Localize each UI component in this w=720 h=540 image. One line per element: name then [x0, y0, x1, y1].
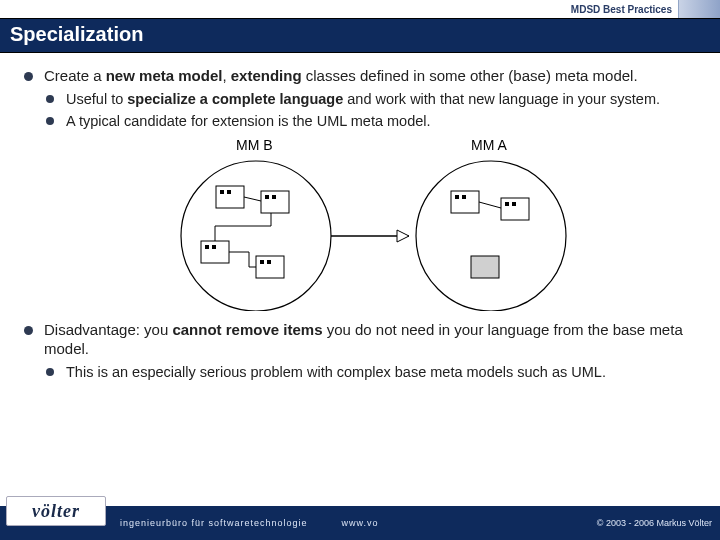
connector	[479, 202, 501, 208]
bullet-1: Create a new meta model, extending class…	[22, 67, 698, 311]
box	[501, 198, 529, 220]
connector	[215, 213, 271, 241]
diagram-label-left: MM B	[236, 137, 273, 153]
text: This is an especially serious problem wi…	[66, 364, 606, 380]
top-decoration	[678, 0, 720, 18]
text-bold: specialize a complete language	[127, 91, 343, 107]
text-bold: new meta model	[106, 67, 223, 84]
svg-rect-6	[201, 241, 229, 263]
inheritance-arrowhead	[397, 230, 409, 242]
top-label: MDSD Best Practices	[571, 4, 672, 15]
text: classes defined in some other (base) met…	[302, 67, 638, 84]
top-bar: MDSD Best Practices	[0, 0, 720, 18]
svg-rect-11	[267, 260, 271, 264]
svg-rect-9	[256, 256, 284, 278]
box	[451, 191, 479, 213]
text-bold: extending	[231, 67, 302, 84]
diagram-label-right: MM A	[471, 137, 507, 153]
box-grey	[471, 256, 499, 278]
svg-rect-17	[512, 202, 516, 206]
bullet-1-1: Useful to specialize a complete language…	[44, 90, 698, 108]
footer-bar: völter ingenieurbüro für softwaretechnol…	[0, 506, 720, 540]
svg-rect-15	[501, 198, 529, 220]
svg-rect-5	[272, 195, 276, 199]
bullet-2-1: This is an especially serious problem wi…	[44, 363, 698, 381]
footer-website: www.vo	[341, 518, 378, 528]
box	[201, 241, 229, 263]
svg-rect-1	[220, 190, 224, 194]
bullet-list: Create a new meta model, extending class…	[22, 67, 698, 381]
text: and work with that new language in your …	[343, 91, 660, 107]
footer-tagline: ingenieurbüro für softwaretechnologie	[120, 518, 308, 528]
sub-list: Useful to specialize a complete language…	[44, 90, 698, 130]
text: Useful to	[66, 91, 127, 107]
svg-rect-2	[227, 190, 231, 194]
page-title: Specialization	[10, 23, 143, 45]
svg-rect-8	[212, 245, 216, 249]
text-bold: cannot remove items	[172, 321, 322, 338]
circle-mmb	[181, 161, 331, 311]
text: A typical candidate for extension is the…	[66, 113, 431, 129]
svg-rect-12	[451, 191, 479, 213]
bullet-2: Disadvantage: you cannot remove items yo…	[22, 321, 698, 381]
connector	[229, 252, 256, 267]
box	[256, 256, 284, 278]
svg-rect-14	[462, 195, 466, 199]
svg-rect-13	[455, 195, 459, 199]
logo: völter	[6, 496, 106, 526]
svg-rect-0	[216, 186, 244, 208]
connector	[244, 197, 261, 201]
bullet-1-2: A typical candidate for extension is the…	[44, 112, 698, 130]
svg-rect-7	[205, 245, 209, 249]
logo-text: völter	[32, 501, 80, 522]
text: Disadvantage: you	[44, 321, 172, 338]
svg-rect-4	[265, 195, 269, 199]
svg-rect-10	[260, 260, 264, 264]
title-bar: Specialization	[0, 18, 720, 53]
box	[261, 191, 289, 213]
metamodel-diagram: MM B MM A	[141, 136, 601, 311]
box	[216, 186, 244, 208]
slide: MDSD Best Practices Specialization Creat…	[0, 0, 720, 540]
svg-rect-16	[505, 202, 509, 206]
text: Create a	[44, 67, 106, 84]
diagram-container: MM B MM A	[44, 136, 698, 311]
sub-list: This is an especially serious problem wi…	[44, 363, 698, 381]
svg-rect-3	[261, 191, 289, 213]
circle-mma	[416, 161, 566, 311]
text: ,	[222, 67, 230, 84]
content-area: Create a new meta model, extending class…	[0, 53, 720, 506]
footer-copyright: © 2003 - 2006 Markus Völter	[597, 518, 712, 528]
